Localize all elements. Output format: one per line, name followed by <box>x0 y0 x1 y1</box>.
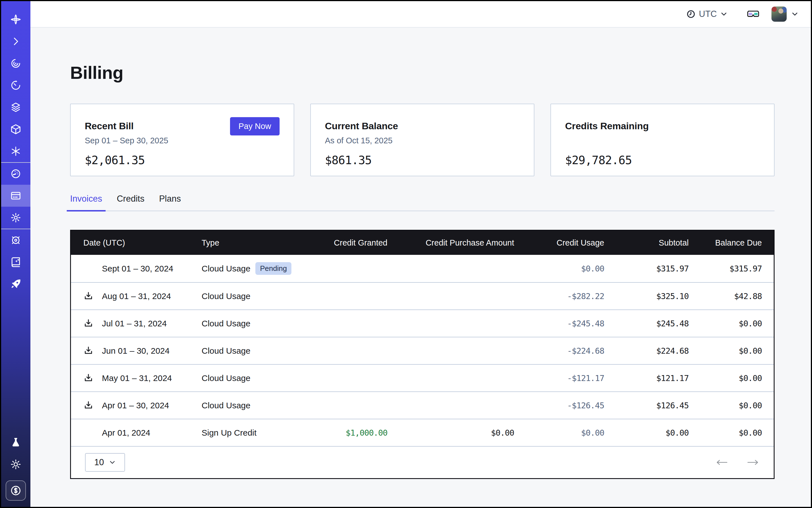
3d-glasses-icon <box>747 9 760 18</box>
content-column: UTC Billing Recent Bill Sep 01 – Sep 30,… <box>31 1 811 507</box>
cube-icon <box>10 124 22 135</box>
sidebar-item-history[interactable] <box>1 74 31 96</box>
pay-now-button[interactable]: Pay Now <box>230 117 280 135</box>
table-row: May 01 – 31, 2024 Cloud Usage -$121.17 $… <box>71 364 774 391</box>
invoice-date: May 01 – 31, 2024 <box>102 373 172 383</box>
invoice-date: Apr 01, 2024 <box>102 428 151 437</box>
chevron-down-icon <box>720 10 728 18</box>
credit-usage-value: $0.00 <box>514 428 604 437</box>
sidebar-item-monitor[interactable] <box>1 52 31 74</box>
balance-due-value: $0.00 <box>689 428 762 437</box>
credit-usage-value: -$282.22 <box>514 291 604 301</box>
page-size-value: 10 <box>94 457 104 467</box>
tab-invoices[interactable]: Invoices <box>67 194 105 211</box>
sidebar-item-billing[interactable] <box>1 185 31 207</box>
invoice-type: Cloud Usage <box>202 346 250 356</box>
column-header: Type <box>202 238 309 248</box>
download-invoice-button[interactable] <box>83 400 98 411</box>
invoice-date: Aug 01 – 31, 2024 <box>102 291 171 301</box>
card-subtitle: Sep 01 – Sep 30, 2025 <box>85 136 280 146</box>
invoice-type: Cloud Usage <box>202 401 250 410</box>
credit-usage-value: -$245.48 <box>514 319 604 328</box>
billing-tabs: InvoicesCreditsPlans <box>70 194 775 211</box>
card-subtitle <box>565 136 760 146</box>
chevron-down-icon[interactable] <box>791 10 799 18</box>
sidebar-item-home[interactable] <box>1 8 31 31</box>
sidebar-item-docs[interactable] <box>1 251 31 273</box>
tab-plans[interactable]: Plans <box>156 194 184 211</box>
sidebar <box>1 1 31 507</box>
download-icon <box>83 400 93 411</box>
sidebar-item-layers[interactable] <box>1 96 31 118</box>
credit-usage-value: -$224.68 <box>514 346 604 356</box>
summary-cards: Recent Bill Sep 01 – Sep 30, 2025 $2,061… <box>70 103 775 176</box>
table-row: Jul 01 – 31, 2024 Cloud Usage -$245.48 $… <box>71 309 774 337</box>
prev-page-icon[interactable] <box>715 458 729 467</box>
sidebar-item-labs[interactable] <box>1 431 31 453</box>
subtotal-value: $224.68 <box>604 346 689 356</box>
next-page-icon[interactable] <box>746 458 760 467</box>
balance-due-value: $0.00 <box>689 346 762 356</box>
invoice-type: Sign Up Credit <box>202 428 256 437</box>
rocket-icon <box>10 279 22 290</box>
current-balance-amount: $861.35 <box>325 154 520 167</box>
download-icon <box>83 346 93 356</box>
subtotal-value: $315.97 <box>604 264 689 273</box>
table-row: Apr 01, 2024 Sign Up Credit $1,000.00 $0… <box>71 419 774 446</box>
sidebar-item-containers[interactable] <box>1 118 31 140</box>
credits-rewards-button[interactable] <box>6 480 26 501</box>
balance-due-value: $0.00 <box>689 401 762 410</box>
current-balance-card: Current Balance As of Oct 15, 2025 $861.… <box>310 103 535 176</box>
view-mode-button[interactable] <box>747 9 760 18</box>
chevron-right-icon <box>10 36 22 47</box>
chevron-down-icon <box>109 459 116 466</box>
invoice-type: Cloud Usage <box>202 264 250 273</box>
sidebar-item-collapse[interactable] <box>1 31 31 52</box>
clock-icon <box>686 9 695 18</box>
invoice-type: Cloud Usage <box>202 319 250 328</box>
ship-wheel-icon <box>10 235 22 246</box>
sidebar-item-support[interactable] <box>1 229 31 251</box>
download-icon <box>83 291 93 301</box>
column-header: Credit Purchase Amount <box>387 238 514 248</box>
credit-usage-value: $0.00 <box>514 264 604 273</box>
avatar[interactable] <box>771 6 787 22</box>
table-pagination: 10 <box>71 446 774 478</box>
credit-usage-value: -$126.45 <box>514 401 604 410</box>
download-invoice-button[interactable] <box>83 373 98 383</box>
download-icon <box>83 373 93 383</box>
page-title: Billing <box>70 62 775 83</box>
timezone-selector[interactable]: UTC <box>686 9 728 19</box>
sidebar-item-settings[interactable] <box>1 207 31 229</box>
subtotal-value: $126.45 <box>604 401 689 410</box>
credit-usage-value: -$121.17 <box>514 373 604 383</box>
download-invoice-button[interactable] <box>83 291 98 301</box>
subtotal-value: $121.17 <box>604 373 689 383</box>
dollar-badge-icon <box>9 484 22 497</box>
invoice-table-body: Sept 01 – 30, 2024 Cloud Usage Pending $… <box>71 255 774 446</box>
card-title: Current Balance <box>325 121 520 131</box>
invoice-date: Jul 01 – 31, 2024 <box>102 319 167 328</box>
credit-purchase-value: $0.00 <box>387 428 514 437</box>
subtotal-value: $245.48 <box>604 319 689 328</box>
sidebar-item-usage[interactable] <box>1 163 31 185</box>
recent-bill-card: Recent Bill Sep 01 – Sep 30, 2025 $2,061… <box>70 103 294 176</box>
credits-remaining-card: Credits Remaining $29,782.65 <box>550 103 775 176</box>
sidebar-item-getting-started[interactable] <box>1 273 31 295</box>
sidebar-item-services[interactable] <box>1 140 31 162</box>
table-row: Apr 01 – 30, 2024 Cloud Usage -$126.45 $… <box>71 391 774 419</box>
subtotal-value: $0.00 <box>604 428 689 437</box>
sidebar-item-theme-toggle[interactable] <box>1 453 31 475</box>
column-header: Date (UTC) <box>83 238 202 248</box>
page-size-select[interactable]: 10 <box>85 453 125 472</box>
app-window: UTC Billing Recent Bill Sep 01 – Sep 30,… <box>0 0 812 508</box>
layers-icon <box>10 102 22 113</box>
tab-credits[interactable]: Credits <box>114 194 148 211</box>
asterisk-icon <box>10 145 22 157</box>
gauge-icon <box>10 168 22 179</box>
download-invoice-button[interactable] <box>83 346 98 356</box>
download-invoice-button[interactable] <box>83 319 98 329</box>
invoice-type: Cloud Usage <box>202 291 250 301</box>
topbar: UTC <box>31 1 811 28</box>
invoice-type: Cloud Usage <box>202 373 250 383</box>
